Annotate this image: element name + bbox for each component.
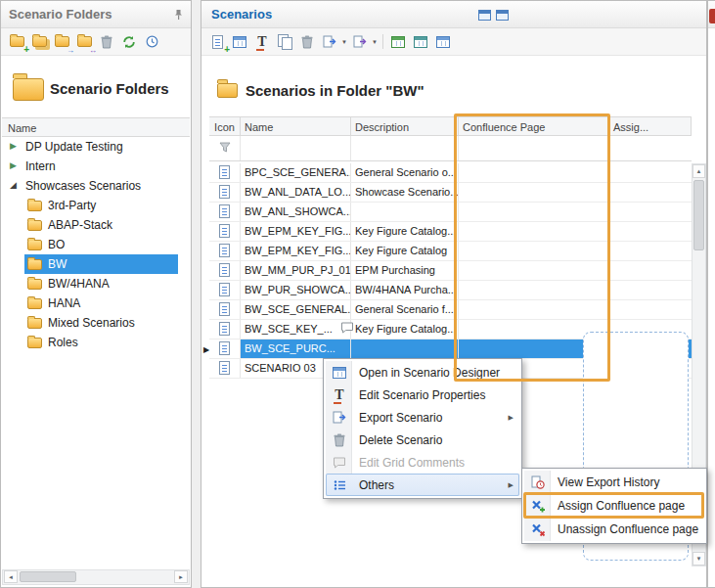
cell-name: BW_EPM_KEY_FIG... (241, 242, 351, 260)
column-header-description[interactable]: Description (351, 117, 459, 135)
grid-import-button[interactable] (433, 32, 453, 52)
grid-export-button[interactable] (411, 32, 430, 52)
window-layout-icon[interactable] (478, 10, 491, 23)
pin-icon[interactable] (173, 9, 184, 21)
scenario-row[interactable]: BW_EPM_KEY_FIG... Key Figure Catalog... (209, 222, 692, 242)
comment-bubble-icon[interactable] (340, 322, 354, 334)
filter-description-cell[interactable] (351, 136, 459, 160)
context-menu: Open in Scenario Designer T Edit Scenari… (323, 358, 522, 499)
open-designer-button[interactable] (230, 32, 249, 52)
filter-name-cell[interactable] (241, 136, 351, 160)
scrollbar-thumb[interactable] (693, 180, 704, 250)
copy-folder-button[interactable] (29, 32, 49, 52)
expand-icon[interactable] (10, 142, 17, 151)
menu-item-delete-scenario[interactable]: Delete Scenario (326, 429, 519, 451)
excel-export-button[interactable] (388, 32, 408, 52)
tree-item-showcases-scenarios[interactable]: Showcases Scenarios (2, 176, 188, 196)
window-list-icon[interactable] (496, 10, 509, 23)
column-header-assigned[interactable]: Assig... (609, 117, 692, 135)
delete-scenario-button[interactable] (297, 32, 317, 52)
tree-item-bw4hana[interactable]: BW/4HANA (2, 274, 188, 294)
column-header-confluence-page[interactable]: Confluence Page (459, 117, 609, 135)
scenario-row[interactable]: BW_SCE_GENERAL... General Scenario f... (209, 300, 692, 320)
transfer-dropdown-icon[interactable] (372, 39, 378, 45)
tree-item-hana[interactable]: HANA (2, 294, 188, 313)
scroll-down-icon[interactable] (693, 552, 705, 565)
tree-item-roles[interactable]: Roles (2, 333, 188, 352)
scenario-row[interactable]: BW_EPM_KEY_FIG... Key Figure Catalog (209, 242, 692, 261)
filter-assigned-cell[interactable] (609, 136, 692, 160)
collapse-icon[interactable] (10, 181, 17, 190)
export-folder-button[interactable] (52, 32, 71, 52)
tree-item-mixed-scenarios[interactable]: Mixed Scenarios (2, 313, 188, 333)
folder-icon (27, 318, 42, 329)
menu-item-assign-confluence-page[interactable]: Assign Confluence page (524, 494, 704, 518)
scrollbar-thumb[interactable] (20, 571, 76, 582)
scenario-row[interactable]: BW_MM_PUR_PJ_01 EPM Purchasing (209, 261, 692, 281)
refresh-button[interactable] (119, 32, 139, 52)
toolbar-separator (382, 34, 383, 49)
right-panel-edge (707, 0, 715, 588)
cell-confluence (459, 261, 609, 280)
window-icon (496, 10, 509, 21)
delete-folder-button[interactable] (97, 32, 116, 52)
export-history-icon (529, 474, 547, 491)
scenario-row[interactable]: BW_PUR_SHOWCA... BW/4HANA Purcha... (209, 281, 692, 300)
history-button[interactable] (142, 32, 161, 52)
tree-item-intern[interactable]: Intern (2, 157, 188, 176)
menu-item-others[interactable]: Others (326, 474, 519, 496)
tree-item-bo[interactable]: BO (2, 235, 188, 254)
horizontal-scrollbar[interactable] (2, 569, 190, 585)
cell-name: BW_EPM_KEY_FIG... (241, 222, 351, 241)
cell-confluence (459, 281, 609, 299)
tree-item-dp-update-testing[interactable]: DP Update Testing (2, 137, 188, 157)
panel-splitter[interactable] (192, 0, 201, 588)
tree-item-bw-selected[interactable]: BW (2, 254, 188, 274)
cell-description: Key Figure Catalog... (351, 222, 459, 241)
menu-item-unassign-confluence-page[interactable]: Unassign Confluence page (524, 518, 704, 541)
transfer-icon (353, 35, 367, 48)
scenario-icon (219, 302, 230, 316)
cell-assigned (609, 281, 692, 299)
transfer-scenario-button[interactable] (350, 32, 370, 52)
filter-confluence-cell[interactable] (459, 136, 609, 160)
scroll-left-icon[interactable] (4, 570, 18, 583)
tree-item-abap-stack[interactable]: ABAP-Stack (2, 215, 188, 235)
tree-item-3rd-party[interactable]: 3rd-Party (2, 196, 188, 215)
scenario-row[interactable]: BW_ANL_SHOWCA... (209, 203, 692, 222)
new-scenario-button[interactable] (207, 32, 227, 52)
trash-icon (301, 35, 313, 49)
filter-icon-cell[interactable] (209, 136, 241, 160)
scenario-row[interactable]: BPC_SCE_GENERA... General Scenario o... (209, 163, 692, 183)
clock-icon (146, 35, 158, 48)
export-scenario-button[interactable] (320, 32, 339, 52)
scenario-row[interactable]: BW_ANL_DATA_LO... Showcase Scenario... (209, 183, 692, 203)
add-folder-button[interactable] (7, 32, 26, 52)
designer-grid-icon (331, 364, 348, 382)
scroll-right-icon[interactable] (174, 570, 188, 583)
menu-item-edit-scenario-properties[interactable]: T Edit Scenario Properties (326, 384, 519, 406)
folder-icon (27, 259, 42, 270)
unassign-confluence-icon (529, 520, 547, 538)
trash-icon (101, 35, 112, 49)
refresh-icon (122, 35, 136, 49)
column-header-icon[interactable]: Icon (209, 117, 241, 135)
scroll-up-icon[interactable] (693, 164, 705, 178)
menu-item-edit-grid-comments[interactable]: Edit Grid Comments (326, 451, 519, 474)
copy-scenario-button[interactable] (275, 32, 294, 52)
column-header-name[interactable]: Name (2, 117, 190, 137)
move-folder-button[interactable] (74, 32, 94, 52)
cell-description: EPM Purchasing (351, 261, 459, 280)
expand-icon[interactable] (10, 161, 17, 170)
edit-properties-button[interactable]: T (252, 32, 272, 52)
cell-assigned (609, 163, 692, 182)
menu-item-open-in-scenario-designer[interactable]: Open in Scenario Designer (326, 361, 519, 384)
cell-confluence (459, 163, 609, 182)
move-badge-icon (89, 45, 97, 55)
menu-item-view-export-history[interactable]: View Export History (524, 471, 704, 494)
column-header-name[interactable]: Name (241, 117, 351, 135)
export-dropdown-icon[interactable] (341, 39, 347, 45)
menu-item-export-scenario[interactable]: Export Scenario (326, 406, 519, 429)
scenario-icon (219, 263, 230, 277)
submenu-arrow-icon (509, 481, 514, 489)
